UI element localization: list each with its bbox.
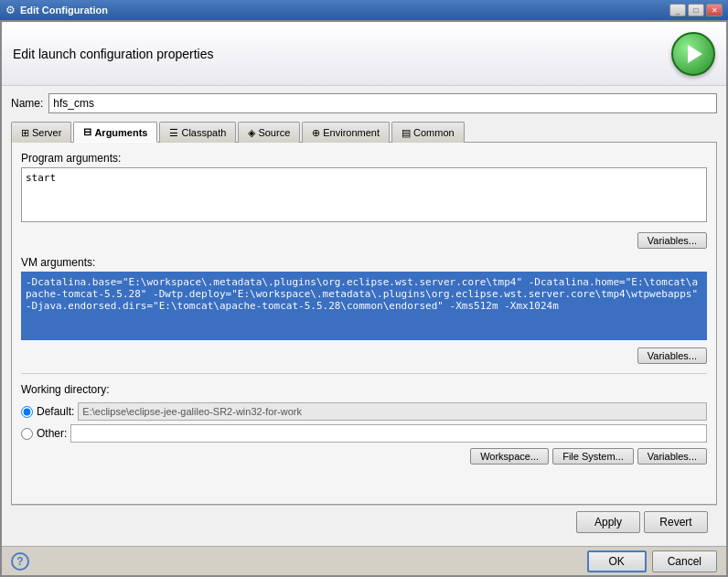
program-arguments-section: Program arguments: xyxy=(21,152,707,225)
apply-button[interactable]: Apply xyxy=(576,511,640,533)
tab-bar: ⊞ Server ⊟ Arguments ☰ Classpath ◈ Sourc… xyxy=(11,121,717,143)
source-tab-label: Source xyxy=(258,127,290,138)
tab-panel-arguments: Program arguments: Variables... VM argum… xyxy=(11,143,717,505)
run-button[interactable] xyxy=(671,32,715,76)
working-directory-section: Working directory: Default: Other: Works… xyxy=(21,383,707,465)
tab-arguments[interactable]: ⊟ Arguments xyxy=(73,122,157,143)
header-title: Edit launch configuration properties xyxy=(13,47,213,61)
environment-tab-label: Environment xyxy=(323,127,380,138)
tab-classpath[interactable]: ☰ Classpath xyxy=(159,122,236,143)
help-button[interactable]: ? xyxy=(11,552,29,571)
common-tab-icon: ▤ xyxy=(401,127,411,139)
tab-environment[interactable]: ⊕ Environment xyxy=(302,122,390,143)
other-radio[interactable] xyxy=(21,428,33,440)
footer-buttons: OK Cancel xyxy=(587,550,717,572)
server-tab-label: Server xyxy=(32,127,61,138)
vm-variables-button[interactable]: Variables... xyxy=(637,347,707,364)
dir-buttons-row: Workspace... File System... Variables... xyxy=(21,448,707,465)
vm-arguments-section: VM arguments: -Dcatalina.base="E:\worksp… xyxy=(21,256,707,340)
classpath-tab-icon: ☰ xyxy=(169,127,178,139)
vm-arguments-label: VM arguments: xyxy=(21,256,707,269)
footer: ? OK Cancel xyxy=(2,546,726,575)
environment-tab-icon: ⊕ xyxy=(312,127,320,139)
server-tab-icon: ⊞ xyxy=(21,127,29,139)
program-variables-row: Variables... xyxy=(21,232,707,249)
tab-common[interactable]: ▤ Common xyxy=(391,122,465,143)
program-arguments-label: Program arguments: xyxy=(21,152,707,165)
apply-revert-bar: Apply Revert xyxy=(11,505,717,539)
default-radio-label: Default: xyxy=(37,405,74,418)
content-area: Name: ⊞ Server ⊟ Arguments ☰ Classpath ◈… xyxy=(2,86,726,546)
arguments-tab-label: Arguments xyxy=(94,127,147,138)
default-radio[interactable] xyxy=(21,406,33,418)
close-button[interactable]: ✕ xyxy=(706,4,723,16)
classpath-tab-label: Classpath xyxy=(181,127,226,138)
other-radio-label: Other: xyxy=(37,427,67,440)
title-bar: ⚙ Edit Configuration _ □ ✕ xyxy=(0,0,728,20)
cancel-button[interactable]: Cancel xyxy=(652,550,717,572)
tab-source[interactable]: ◈ Source xyxy=(238,122,300,143)
name-label: Name: xyxy=(11,97,43,110)
workspace-button[interactable]: Workspace... xyxy=(470,448,549,465)
other-dir-input[interactable] xyxy=(70,424,707,443)
program-variables-button[interactable]: Variables... xyxy=(637,232,707,249)
tab-server[interactable]: ⊞ Server xyxy=(11,122,71,143)
maximize-button[interactable]: □ xyxy=(688,4,704,16)
vm-variables-row: Variables... xyxy=(21,347,707,364)
minimize-button[interactable]: _ xyxy=(669,4,686,16)
ok-button[interactable]: OK xyxy=(587,550,647,572)
header: Edit launch configuration properties xyxy=(2,22,726,86)
program-arguments-input[interactable] xyxy=(21,167,707,222)
source-tab-icon: ◈ xyxy=(248,127,255,139)
revert-button[interactable]: Revert xyxy=(644,511,708,533)
common-tab-label: Common xyxy=(413,127,455,138)
main-window: Edit launch configuration properties Nam… xyxy=(0,20,728,577)
other-radio-row: Other: xyxy=(21,424,707,443)
name-row: Name: xyxy=(11,93,717,113)
arguments-tab-icon: ⊟ xyxy=(83,126,91,138)
dir-variables-button[interactable]: Variables... xyxy=(637,448,707,465)
working-directory-label: Working directory: xyxy=(21,383,707,396)
title-bar-text: Edit Configuration xyxy=(20,5,669,16)
default-dir-input[interactable] xyxy=(78,402,707,421)
title-bar-buttons: _ □ ✕ xyxy=(669,4,723,16)
default-radio-row: Default: xyxy=(21,402,707,421)
name-input[interactable] xyxy=(48,93,717,113)
title-bar-icon: ⚙ xyxy=(5,4,16,16)
vm-arguments-input[interactable]: -Dcatalina.base="E:\workspace\.metadata\… xyxy=(21,272,707,340)
file-system-button[interactable]: File System... xyxy=(552,448,634,465)
